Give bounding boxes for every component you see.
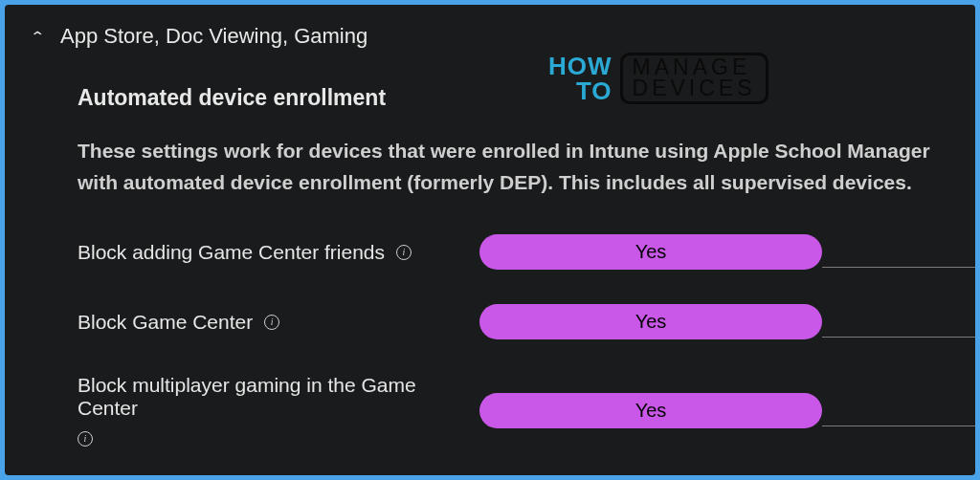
watermark-left: HOW TO <box>548 54 612 103</box>
subsection-title: Automated device enrollment <box>78 85 975 111</box>
toggle-yes[interactable]: Yes <box>479 234 822 270</box>
setting-label-wrap: Block multiplayer gaming in the Game Cen… <box>78 374 479 447</box>
toggle-area: Yes <box>479 304 975 339</box>
info-icon[interactable]: i <box>396 245 412 260</box>
watermark-devices: DEVICES <box>633 78 756 99</box>
toggle-rail[interactable] <box>822 425 975 426</box>
watermark-to: TO <box>548 78 612 103</box>
subsection-description: These settings work for devices that wer… <box>78 136 975 198</box>
toggle-yes[interactable]: Yes <box>479 393 822 428</box>
content-area: Automated device enrollment These settin… <box>32 85 975 447</box>
toggle-area: Yes <box>479 393 975 428</box>
section-title: App Store, Doc Viewing, Gaming <box>60 24 368 49</box>
settings-panel: ⌃ App Store, Doc Viewing, Gaming HOW TO … <box>5 5 975 475</box>
watermark-how: HOW <box>548 54 612 78</box>
setting-row-block-friends: Block adding Game Center friends i Yes <box>78 234 975 270</box>
setting-label-wrap: Block adding Game Center friends i <box>78 241 479 264</box>
toggle-area: Yes <box>479 234 975 270</box>
toggle-rail[interactable] <box>822 337 975 338</box>
setting-row-block-gamecenter: Block Game Center i Yes <box>78 304 975 339</box>
watermark-box: MANAGE DEVICES <box>620 53 768 104</box>
info-icon[interactable]: i <box>78 431 93 447</box>
toggle-rail[interactable] <box>822 267 975 268</box>
chevron-up-icon: ⌃ <box>30 29 46 44</box>
setting-label-wrap: Block Game Center i <box>78 311 479 334</box>
section-header[interactable]: ⌃ App Store, Doc Viewing, Gaming <box>32 24 975 49</box>
info-icon[interactable]: i <box>264 315 279 330</box>
watermark-logo: HOW TO MANAGE DEVICES <box>548 53 768 104</box>
setting-label: Block Game Center <box>78 311 253 334</box>
setting-row-block-multiplayer: Block multiplayer gaming in the Game Cen… <box>78 374 975 447</box>
setting-label: Block adding Game Center friends <box>78 241 385 264</box>
setting-label: Block multiplayer gaming in the Game Cen… <box>78 374 479 420</box>
toggle-yes[interactable]: Yes <box>479 304 822 339</box>
